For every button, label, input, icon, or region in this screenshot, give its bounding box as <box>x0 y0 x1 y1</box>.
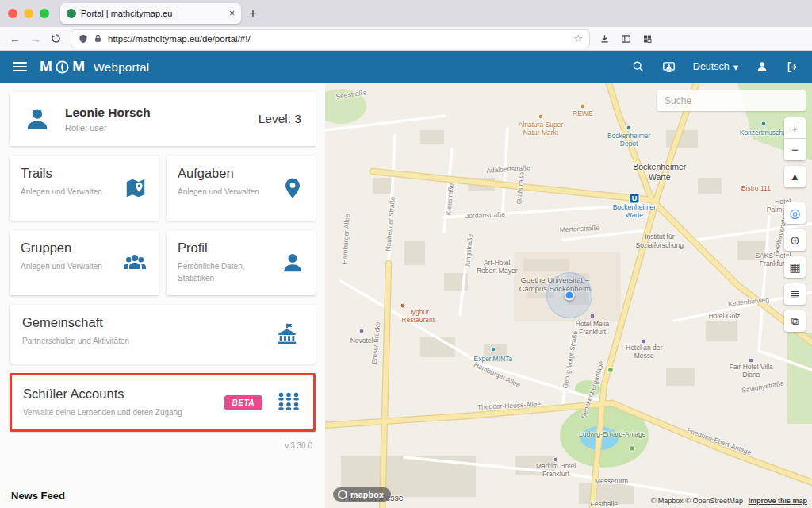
address-bar[interactable]: https://mathcitymap.eu/de/portal/#!/ ☆ <box>71 29 590 48</box>
map-label: Festhalle <box>591 500 619 508</box>
mapbox-label: mapbox <box>350 490 384 499</box>
bookmark-star-icon[interactable]: ☆ <box>573 33 583 44</box>
compass-reset-button[interactable]: ▲ <box>784 166 806 187</box>
logo-letter: M <box>40 58 52 75</box>
logout-button[interactable] <box>786 60 799 74</box>
map-search-input[interactable] <box>657 90 806 111</box>
current-location-dot <box>565 291 575 301</box>
map-label: Senckenberganlage <box>580 360 606 419</box>
map-label: Fair Hotel Villa Diana <box>726 363 776 379</box>
window-zoom-button[interactable] <box>40 9 49 18</box>
aufgaben-card[interactable]: Aufgaben Anlegen und Verwalten <box>167 156 316 221</box>
aufgaben-subtitle: Anlegen und Verwalten <box>178 187 265 198</box>
map-label: Bockenheimer Warte <box>629 163 691 183</box>
map-label: Bockenheimer Depot <box>600 132 657 148</box>
map-label: Georg-Voigt-Straße <box>561 330 580 389</box>
share-link-button[interactable]: ⧉ <box>784 310 806 332</box>
map-label: Emser Brücke <box>370 321 382 364</box>
improve-map-link[interactable]: Improve this map <box>748 497 807 505</box>
sidebar-icon[interactable] <box>621 33 631 44</box>
locate-me-button[interactable]: ◎ <box>784 202 806 224</box>
profil-subtitle: Persönliche Daten, Statistiken <box>178 261 265 284</box>
classroom-button[interactable] <box>662 60 676 74</box>
map-label: Kettenhofweg <box>728 295 770 307</box>
map-label: Gräfstraße <box>515 171 526 204</box>
map-label: Uyghur Restaurant <box>394 308 442 324</box>
compass-icon <box>55 60 70 75</box>
downloads-icon[interactable] <box>599 33 610 44</box>
layers-button[interactable]: ≣ <box>784 283 806 305</box>
tree-marker <box>629 445 635 452</box>
map-label: ExperiMINTa <box>474 355 513 363</box>
map-label: Savignystraße <box>741 379 784 394</box>
user-icon <box>756 60 768 73</box>
gruppen-card[interactable]: Gruppen Anlegen und Verwalten <box>10 230 159 295</box>
group-icon <box>122 250 147 275</box>
tree-marker <box>607 367 614 373</box>
zoom-in-button[interactable]: + <box>784 117 806 139</box>
attraction-marker <box>490 346 496 352</box>
url-text[interactable]: https://mathcitymap.eu/de/portal/#!/ <box>108 34 569 44</box>
gemeinschaft-card[interactable]: Gemeinschaft Partnerschulen und Aktivitä… <box>10 305 316 364</box>
search-button[interactable] <box>632 60 645 73</box>
map-label: Mertonstraße <box>560 224 600 234</box>
hotel-marker <box>553 457 559 463</box>
hotel-marker <box>642 338 647 344</box>
gemeinschaft-title: Gemeinschaft <box>22 315 303 330</box>
schueler-accounts-card[interactable]: Schüler Accounts Verwalte deine Lernende… <box>10 373 316 432</box>
tab-close-icon[interactable]: × <box>229 8 235 19</box>
map-label: REWE <box>573 110 593 117</box>
app-logo[interactable]: M M Webportal <box>40 58 149 75</box>
globe-style-button[interactable]: ⊕ <box>784 229 806 251</box>
map-label: Theodor-Heuss-Allee <box>477 400 542 411</box>
user-role: Rolle: user <box>65 123 151 133</box>
news-feed-heading: News Feed <box>11 490 65 502</box>
forward-button[interactable]: → <box>30 33 41 44</box>
map-label: Hamburger Allee <box>340 214 350 264</box>
browser-toolbar: ← → https://mathcitymap.eu/de/portal/#!/… <box>0 27 812 51</box>
language-label: Deutsch <box>693 61 730 72</box>
map-label: Bistro 111 <box>741 184 771 192</box>
classroom-rows-icon <box>275 391 302 414</box>
window-close-button[interactable] <box>8 9 17 18</box>
user-avatar-icon <box>24 106 51 133</box>
map-label: Seestraße <box>335 88 367 100</box>
back-button[interactable]: ← <box>10 33 21 44</box>
account-button[interactable] <box>756 60 768 73</box>
portal-title: Webportal <box>94 60 150 74</box>
language-selector[interactable]: Deutsch ▾ <box>693 61 738 73</box>
version-label: v.3.30.0 <box>10 441 312 450</box>
map-label: Ludwig-Erhard-Anlage <box>579 430 646 438</box>
map-label: Jordanstraße <box>465 210 506 221</box>
zoom-out-button[interactable]: − <box>784 139 806 160</box>
map-label: Hotel an der Messe <box>619 344 668 360</box>
tracking-shield-icon[interactable] <box>78 33 88 44</box>
transit-marker: U <box>629 193 639 203</box>
extensions-icon[interactable] <box>642 33 653 44</box>
map-label: Institut für Sozialforschung <box>632 233 688 248</box>
map-label: Maritim Hotel Frankfurt <box>534 462 578 478</box>
window-minimize-button[interactable] <box>24 9 33 18</box>
browser-tab[interactable]: Portal | mathcitymap.eu × <box>60 3 241 24</box>
map-label: Hamburger Allee <box>473 360 522 389</box>
window-controls <box>8 9 49 18</box>
lock-icon[interactable] <box>93 33 103 44</box>
schueler-subtitle: Verwalte deine Lernenden und deren Zugan… <box>23 407 205 419</box>
reload-button[interactable] <box>51 33 61 44</box>
food-marker <box>400 302 406 308</box>
trails-card[interactable]: Trails Anlegen und Verwalten <box>10 156 159 221</box>
location-pin-icon <box>281 176 304 200</box>
mapbox-icon <box>338 490 347 499</box>
profil-card[interactable]: Profil Persönliche Daten, Statistiken <box>167 230 316 295</box>
mapbox-logo[interactable]: mapbox <box>333 487 391 502</box>
map-canvas[interactable]: SeestraßeREWEAlnatura Super Natur MarktB… <box>325 83 812 508</box>
menu-icon[interactable] <box>13 60 27 74</box>
user-card[interactable]: Leonie Horsch Rolle: user Level: 3 <box>10 92 316 146</box>
map-label: Hotel Meliá Frankfurt <box>568 320 617 336</box>
map-controls: + − ▲ ◎ ⊕ ▦ ≣ ⧉ <box>784 117 806 337</box>
new-tab-button[interactable]: + <box>249 6 257 21</box>
shop-marker <box>538 114 544 119</box>
map-label: Adalbertstraße <box>486 164 530 175</box>
buildings-style-button[interactable]: ▦ <box>784 256 806 278</box>
portal-panel[interactable]: Leonie Horsch Rolle: user Level: 3 Trail… <box>0 83 325 508</box>
